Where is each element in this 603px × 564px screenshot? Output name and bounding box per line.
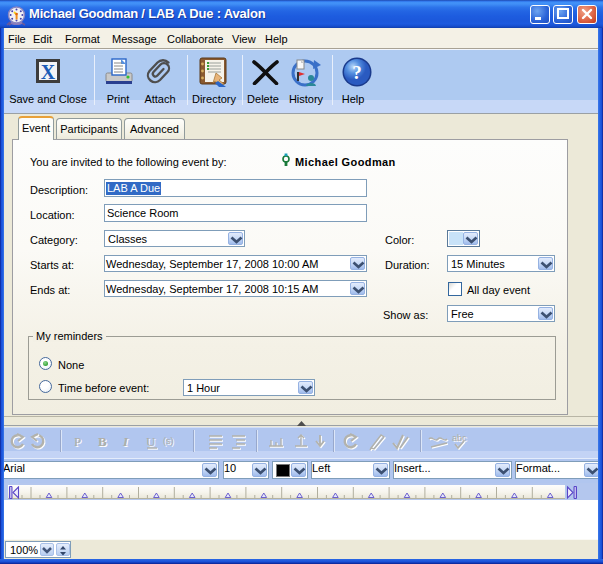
svg-text:(s): (s)	[163, 436, 174, 446]
svg-text:B: B	[98, 434, 107, 449]
svg-text:U: U	[146, 434, 156, 449]
svg-text:P: P	[74, 434, 81, 449]
svg-text:?: ?	[352, 62, 362, 83]
svg-text:X: X	[41, 61, 56, 83]
svg-text:I: I	[122, 434, 129, 449]
svg-text:abc: abc	[452, 433, 467, 443]
